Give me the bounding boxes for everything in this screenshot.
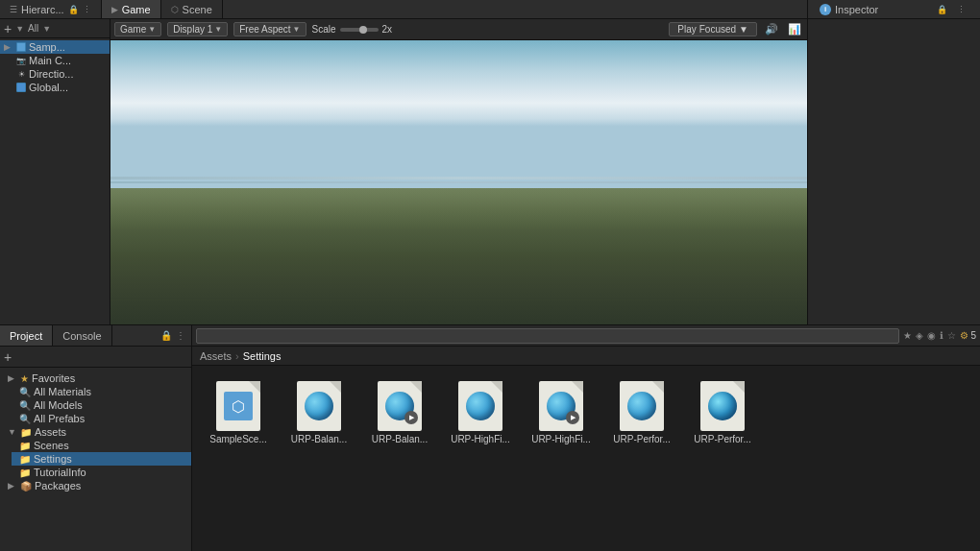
hierarchy-add-button[interactable]: + bbox=[4, 22, 12, 36]
sidebar-item-all-prefabs[interactable]: 🔍 All Prefabs bbox=[12, 412, 191, 425]
sidebar-item-all-materials[interactable]: 🔍 All Materials bbox=[12, 385, 191, 398]
folder-icon: 🔍 bbox=[19, 414, 31, 424]
game-mode-button[interactable]: Game ▼ bbox=[114, 22, 161, 36]
urp-sphere bbox=[305, 392, 333, 420]
favorites-arrow: ▶ bbox=[8, 373, 17, 383]
stars-count: 5 bbox=[970, 330, 976, 341]
display-label: Display 1 bbox=[173, 24, 212, 35]
tab-console-label: Console bbox=[62, 330, 101, 342]
tab-project[interactable]: Project bbox=[0, 325, 53, 346]
file-item-urp-highfi2[interactable]: URP-HighFi... bbox=[527, 377, 596, 449]
file-name: URP-Perfor... bbox=[613, 434, 670, 445]
file-name: URP-HighFi... bbox=[451, 434, 510, 445]
file-item-urp-balance1[interactable]: URP-Balan... bbox=[284, 377, 354, 449]
sidebar-item-settings[interactable]: 📁 Settings bbox=[12, 452, 191, 466]
scenes-icon: 📁 bbox=[19, 441, 31, 451]
doc-bg bbox=[378, 381, 422, 431]
file-item-urp-highfi1[interactable]: URP-HighFi... bbox=[446, 377, 515, 449]
breadcrumb-separator: › bbox=[235, 350, 239, 362]
hierarchy-item-global[interactable]: Global... bbox=[12, 81, 110, 94]
hierarchy-dropdown[interactable]: ▼ bbox=[15, 24, 24, 34]
scale-slider[interactable] bbox=[340, 28, 379, 32]
sidebar-item-tutorialinfo[interactable]: 📁 TutorialInfo bbox=[12, 466, 191, 479]
scale-value: 2x bbox=[382, 24, 393, 35]
urp-balance2-icon bbox=[375, 381, 425, 431]
hierarchy-item-directional[interactable]: ☀ Directio... bbox=[12, 67, 110, 81]
file-item-samplescene[interactable]: ⬡ SampleSce... bbox=[204, 377, 273, 449]
assets-folder-icon: 📁 bbox=[20, 427, 32, 438]
filter-icon[interactable]: ◈ bbox=[916, 330, 923, 341]
inspector-info-icon: i bbox=[820, 4, 831, 15]
viewport-toolbar: Game ▼ Display 1 ▼ Free Aspect ▼ Scale 2… bbox=[110, 19, 807, 40]
material-icon[interactable]: ◉ bbox=[927, 330, 936, 341]
hierarchy-content: ▶ Samp... 📷 Main C... ☀ Directio... Glob… bbox=[0, 38, 110, 324]
file-name: URP-Balan... bbox=[291, 434, 347, 445]
light-icon: ☀ bbox=[15, 68, 27, 80]
stats-icon[interactable]: 📊 bbox=[786, 21, 803, 38]
lock-icon[interactable]: 🔒 bbox=[160, 330, 172, 341]
breadcrumb-assets[interactable]: Assets bbox=[200, 350, 232, 362]
menu-icon[interactable]: ⋮ bbox=[176, 330, 185, 341]
sidebar-item-assets[interactable]: ▼ 📁 Assets bbox=[0, 425, 191, 439]
packages-icon: 📦 bbox=[20, 481, 32, 491]
doc-inner bbox=[625, 390, 658, 422]
urp-sphere-arrow bbox=[547, 392, 576, 420]
camera-icon: 📷 bbox=[15, 55, 27, 66]
top-tab-bar: ☰ Hierarc... 🔒 ⋮ ▶ Game ⬡ Scene i Inspec… bbox=[0, 0, 980, 19]
hierarchy-icon: ☰ bbox=[10, 5, 17, 14]
bottom-right-panel: ★ ◈ ◉ ℹ ☆ ⚙ 5 Assets › Settings bbox=[192, 325, 980, 551]
urp-sphere-blue bbox=[708, 392, 737, 420]
tab-console[interactable]: Console bbox=[53, 325, 111, 346]
star-icon: ★ bbox=[20, 373, 29, 384]
urp-sphere-arrow bbox=[385, 392, 414, 420]
packages-arrow: ▶ bbox=[8, 481, 17, 491]
bookmark-icon[interactable]: ☆ bbox=[947, 330, 956, 341]
file-item-urp-balance2[interactable]: URP-Balan... bbox=[365, 377, 434, 449]
main-area: + ▼ All ▼ ▶ Samp... 📷 Main C... ☀ Direct… bbox=[0, 19, 980, 324]
doc-bg: ⬡ bbox=[216, 381, 260, 431]
tab-hierarchy-label: Hierarc... bbox=[21, 4, 64, 15]
tab-scene[interactable]: ⬡ Scene bbox=[161, 0, 223, 18]
add-asset-button[interactable]: + bbox=[4, 350, 12, 364]
doc-inner bbox=[464, 390, 497, 422]
display-button[interactable]: Display 1 ▼ bbox=[167, 22, 228, 36]
play-dropdown-arrow: ▼ bbox=[739, 24, 748, 35]
urp-highfi1-icon bbox=[455, 381, 505, 431]
hierarchy-all-dropdown[interactable]: ▼ bbox=[42, 24, 51, 34]
inspector-lock-icon[interactable]: 🔒 bbox=[934, 5, 950, 14]
hierarchy-all-label: All bbox=[28, 23, 38, 34]
info-icon[interactable]: ℹ bbox=[940, 330, 943, 341]
display-dropdown-arrow: ▼ bbox=[214, 25, 222, 34]
favorites-star-icon[interactable]: ★ bbox=[903, 330, 912, 341]
aspect-label: Free Aspect bbox=[239, 24, 290, 35]
inspector-menu-icon[interactable]: ⋮ bbox=[954, 5, 968, 14]
tab-game[interactable]: ▶ Game bbox=[102, 0, 161, 18]
tab-hierarchy[interactable]: ☰ Hierarc... 🔒 ⋮ bbox=[0, 0, 102, 18]
sidebar-item-all-models[interactable]: 🔍 All Models bbox=[12, 398, 191, 412]
file-item-urp-perfor1[interactable]: URP-Perfor... bbox=[607, 377, 676, 449]
play-focused-button[interactable]: Play Focused ▼ bbox=[669, 22, 757, 36]
viewport-canvas bbox=[110, 40, 807, 324]
breadcrumb-settings[interactable]: Settings bbox=[243, 350, 282, 362]
center-panel: Game ▼ Display 1 ▼ Free Aspect ▼ Scale 2… bbox=[110, 19, 807, 324]
sidebar-item-favorites[interactable]: ▶ ★ Favorites bbox=[0, 371, 191, 385]
hierarchy-item-samplescene[interactable]: ▶ Samp... bbox=[0, 40, 110, 54]
focused-label: Focused bbox=[699, 24, 736, 35]
samplescene-icon: ⬡ bbox=[213, 381, 263, 431]
file-item-urp-perfor2[interactable]: URP-Perfor... bbox=[688, 377, 757, 449]
sidebar-item-scenes[interactable]: 📁 Scenes bbox=[12, 439, 191, 452]
terrain-highlight bbox=[110, 188, 807, 229]
doc-inner bbox=[706, 390, 739, 422]
sidebar-item-packages[interactable]: ▶ 📦 Packages bbox=[0, 479, 191, 492]
aspect-button[interactable]: Free Aspect ▼ bbox=[233, 22, 306, 36]
project-search-input[interactable] bbox=[196, 328, 899, 344]
mute-icon[interactable]: 🔊 bbox=[763, 21, 780, 38]
cube-icon bbox=[15, 41, 27, 53]
bottom-tab-controls: 🔒 ⋮ bbox=[155, 325, 191, 346]
urp-sphere bbox=[466, 392, 495, 420]
urp-perfor2-icon bbox=[698, 381, 747, 431]
hierarchy-item-maincamera[interactable]: 📷 Main C... bbox=[12, 54, 110, 67]
doc-inner: ⬡ bbox=[222, 390, 255, 422]
doc-bg bbox=[297, 381, 341, 431]
arrow-icon: ▶ bbox=[4, 42, 13, 52]
